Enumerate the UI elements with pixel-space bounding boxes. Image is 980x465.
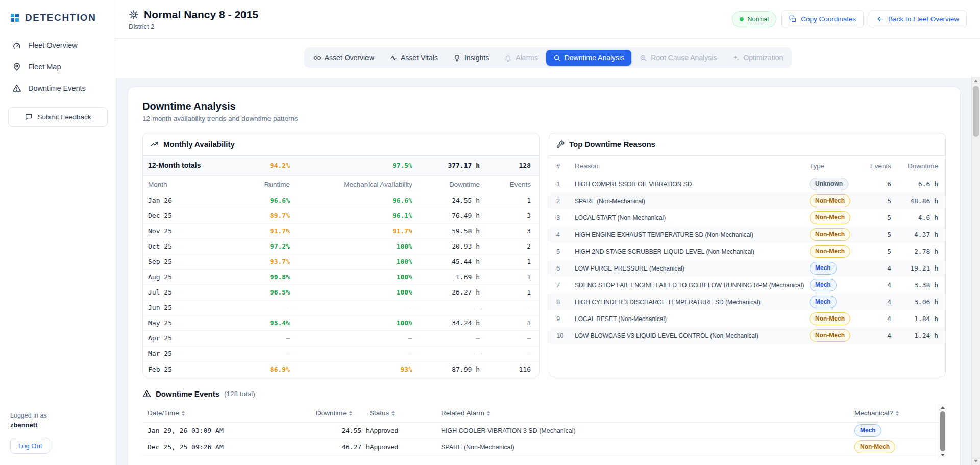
runtime-cell: 86.9%: [204, 365, 290, 373]
monthly-row: Jan 26 96.6% 96.6% 24.55 h 1: [143, 193, 539, 208]
event-mechanical-cell: Mech: [854, 424, 946, 437]
downtime-cell: —: [412, 350, 480, 357]
events-cell: —: [480, 334, 531, 342]
brand-logo: DETECHTION: [0, 0, 116, 32]
monthly-row: Apr 25 — — — —: [143, 331, 539, 346]
mechanical-badge: Mech: [854, 424, 881, 437]
reason-cell: HIGH 2ND STAGE SCRUBBER LIQUID LEVEL (No…: [575, 248, 810, 255]
events-col-datetime[interactable]: Date/Time: [148, 409, 316, 417]
sort-icon: [182, 411, 185, 416]
mech-availability-cell: 96.6%: [290, 197, 412, 204]
sort-icon: [349, 411, 352, 416]
monthly-availability-panel: Monthly Availability 12-Month totals 94.…: [142, 133, 540, 377]
col-events: Events: [861, 162, 891, 170]
tab-asset-overview[interactable]: Asset Overview: [306, 50, 381, 66]
scroll-down-icon[interactable]: [972, 457, 980, 465]
sparkles-icon: [732, 54, 740, 62]
status-dot: [740, 17, 744, 21]
month-cell: May 25: [148, 319, 204, 327]
mech-availability-cell: 100%: [290, 242, 412, 250]
tab-asset-vitals[interactable]: Asset Vitals: [382, 50, 445, 66]
tab-label: Downtime Analysis: [565, 54, 625, 62]
tabs-strip: Asset Overview Asset Vitals Insights Ala…: [116, 39, 980, 78]
scroll-down-icon[interactable]: [939, 452, 946, 458]
mech-availability-cell: 93%: [290, 365, 412, 373]
events-cell: 1: [480, 258, 531, 265]
events-cell: 4: [861, 332, 891, 339]
type-badge: Non-Mech: [810, 329, 850, 342]
logout-button[interactable]: Log Out: [10, 438, 50, 454]
downtime-cell: 76.49 h: [412, 212, 480, 219]
event-downtime-cell: 24.55 h: [316, 427, 370, 434]
page-scrollbar[interactable]: [971, 77, 980, 465]
warning-triangle-icon: [12, 84, 21, 93]
events-col-related-alarm[interactable]: Related Alarm: [441, 409, 854, 417]
downtime-cell: 24.55 h: [412, 197, 480, 204]
scroll-up-icon[interactable]: [939, 404, 946, 411]
monthly-row: Nov 25 91.7% 91.7% 59.58 h 3: [143, 224, 539, 239]
sidebar-item-fleet-overview[interactable]: Fleet Overview: [0, 35, 116, 56]
events-col-mechanical[interactable]: Mechanical?: [854, 409, 946, 417]
section-subtitle: 12-month availability trends and downtim…: [142, 115, 946, 123]
sidebar-item-downtime-events[interactable]: Downtime Events: [0, 78, 116, 99]
tab-label: Asset Overview: [325, 54, 374, 62]
monthly-row: Jun 25 — — — —: [143, 300, 539, 315]
brand-grid-icon: [10, 13, 20, 23]
reason-row: 10 LOW BLOWCASE V3 LIQUID LEVEL CONTROL …: [549, 327, 945, 344]
panels-row: Monthly Availability 12-Month totals 94.…: [142, 133, 946, 377]
month-cell: Aug 25: [148, 273, 204, 281]
month-cell: Jul 25: [148, 288, 204, 296]
back-button-label: Back to Fleet Overview: [888, 15, 959, 23]
events-cell: 5: [861, 214, 891, 222]
col-mechanical-availability: Mechanical Availability: [290, 181, 412, 188]
reason-cell: LOCAL START (Non-Mechanical): [575, 214, 810, 222]
events-scrollbar-thumb[interactable]: [940, 411, 945, 451]
downtime-cell: 34.24 h: [412, 319, 480, 327]
map-pin-icon: [12, 62, 21, 71]
downtime-cell: 1.84 h: [891, 315, 938, 323]
month-cell: Oct 25: [148, 242, 204, 250]
type-cell: Non-Mech: [810, 312, 861, 325]
events-scroll-container: Date/Time Downtime Status: [142, 404, 946, 458]
copy-coordinates-button[interactable]: Copy Coordinates: [781, 10, 864, 28]
events-cell: 4: [861, 264, 891, 272]
submit-feedback-button[interactable]: Submit Feedback: [8, 107, 108, 127]
events-col-status[interactable]: Status: [370, 409, 441, 417]
type-cell: Mech: [810, 262, 861, 275]
warning-triangle-icon: [142, 389, 151, 398]
month-cell: Mar 25: [148, 350, 204, 357]
topbar-actions: Normal Copy Coordinates: [732, 10, 967, 28]
month-cell: Feb 25: [148, 365, 204, 373]
events-cell: 1: [480, 273, 531, 281]
tab-label: Asset Vitals: [401, 54, 438, 62]
monthly-row: Jul 25 96.5% 100% 26.27 h 1: [143, 285, 539, 300]
runtime-cell: —: [204, 334, 290, 342]
back-to-fleet-overview-button[interactable]: Back to Fleet Overview: [869, 10, 967, 28]
app: DETECHTION Fleet Overview: [0, 0, 980, 465]
section-title: Downtime Analysis: [142, 101, 946, 112]
type-badge: Non-Mech: [810, 228, 850, 241]
sidebar-item-fleet-map[interactable]: Fleet Map: [0, 56, 116, 78]
events-cell: 1: [480, 319, 531, 327]
reason-cell: LOW BLOWCASE V3 LIQUID LEVEL CONTROL (No…: [575, 332, 810, 339]
scroll-up-icon[interactable]: [972, 77, 980, 85]
col-downtime: Downtime: [891, 162, 938, 170]
tab-insights[interactable]: Insights: [446, 50, 496, 66]
col-reason: Reason: [575, 162, 810, 170]
reason-cell: HIGH COMPRESSOR OIL VIBRATION SD: [575, 181, 810, 188]
events-cell: 2: [480, 242, 531, 250]
rank-cell: 10: [556, 332, 575, 339]
mech-availability-cell: —: [290, 304, 412, 311]
rank-cell: 7: [556, 281, 575, 289]
tab-bar: Asset Overview Asset Vitals Insights Ala…: [304, 47, 792, 68]
brand-name: DETECHTION: [25, 12, 96, 23]
page-scrollbar-thumb[interactable]: [973, 86, 979, 137]
sidebar-footer: Logged in as zbennett Log Out: [0, 412, 116, 465]
events-col-downtime[interactable]: Downtime: [316, 409, 370, 417]
events-cell: 116: [480, 365, 531, 373]
events-cell: 3: [480, 227, 531, 235]
events-scrollbar[interactable]: [939, 404, 946, 458]
tab-downtime-analysis[interactable]: Downtime Analysis: [546, 50, 632, 66]
monthly-row: Sep 25 93.7% 100% 45.44 h 1: [143, 254, 539, 270]
type-cell: Unknown: [810, 178, 861, 190]
